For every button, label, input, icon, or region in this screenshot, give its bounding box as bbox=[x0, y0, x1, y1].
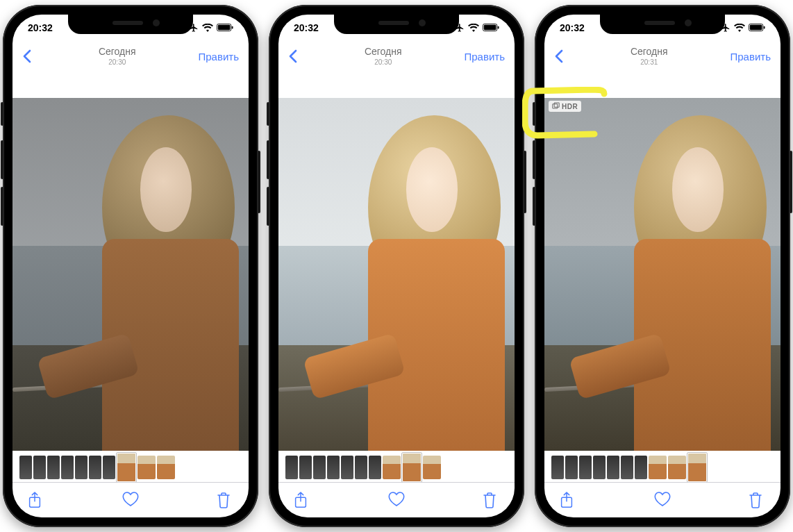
volume-up-button bbox=[533, 140, 535, 179]
thumbnail[interactable] bbox=[355, 456, 367, 479]
thumbnail[interactable] bbox=[687, 453, 707, 482]
edit-button[interactable]: Править bbox=[465, 51, 506, 63]
phone-mockup-1: 20:32 Сегодня bbox=[3, 5, 258, 527]
side-button bbox=[524, 151, 526, 213]
thumbnail[interactable] bbox=[635, 456, 647, 479]
phone-mockup-3: 20:32 Сегодня 20:31 Править bbox=[535, 5, 790, 527]
nav-time: 20:30 bbox=[374, 58, 392, 66]
photo-content: HDR bbox=[544, 98, 781, 451]
back-button[interactable] bbox=[288, 49, 302, 63]
mute-switch bbox=[533, 102, 535, 126]
share-button[interactable] bbox=[560, 492, 576, 508]
status-time: 20:32 bbox=[28, 22, 53, 33]
thumbnail[interactable] bbox=[61, 456, 74, 479]
thumbnail[interactable] bbox=[89, 456, 101, 479]
thumbnail[interactable] bbox=[157, 456, 175, 479]
delete-button[interactable] bbox=[483, 492, 499, 508]
status-icons bbox=[455, 23, 499, 33]
thumbnail-strip[interactable] bbox=[278, 454, 515, 481]
thumbnail[interactable] bbox=[285, 456, 298, 479]
thumbnail[interactable] bbox=[565, 456, 578, 479]
share-button[interactable] bbox=[28, 492, 44, 508]
photo-viewer[interactable] bbox=[278, 98, 515, 451]
thumbnail[interactable] bbox=[47, 456, 60, 479]
comparison-stage: 20:32 Сегодня bbox=[0, 0, 793, 532]
nav-title-group: Сегодня 20:30 bbox=[365, 47, 402, 65]
favorite-button[interactable] bbox=[122, 492, 139, 508]
thumbnail[interactable] bbox=[75, 456, 87, 479]
thumbnail[interactable] bbox=[621, 456, 633, 479]
status-icons bbox=[189, 23, 233, 33]
thumbnail[interactable] bbox=[117, 453, 136, 482]
mute-switch bbox=[267, 102, 269, 126]
screen: 20:32 Сегодня 20:31 Править bbox=[544, 15, 781, 517]
svg-rect-2 bbox=[232, 26, 233, 29]
edit-button[interactable]: Править bbox=[199, 51, 240, 63]
back-button[interactable] bbox=[22, 49, 36, 63]
thumbnail[interactable] bbox=[103, 456, 115, 479]
volume-down-button bbox=[1, 187, 3, 226]
thumbnail[interactable] bbox=[19, 456, 32, 479]
wifi-icon bbox=[734, 24, 745, 32]
back-button[interactable] bbox=[554, 49, 568, 63]
volume-down-button bbox=[267, 187, 269, 226]
wifi-icon bbox=[202, 24, 213, 32]
thumbnail[interactable] bbox=[579, 456, 592, 479]
phone-mockup-2: 20:32 Сегодня 20:30 Править bbox=[269, 5, 524, 527]
nav-bar: Сегодня 20:30 Править bbox=[12, 41, 249, 72]
photo-content bbox=[12, 98, 249, 451]
thumbnail[interactable] bbox=[607, 456, 619, 479]
side-button bbox=[790, 151, 792, 213]
mute-switch bbox=[1, 102, 3, 126]
svg-rect-6 bbox=[498, 26, 499, 29]
nav-title-group: Сегодня 20:31 bbox=[631, 47, 668, 65]
screen: 20:32 Сегодня 20:30 Править bbox=[278, 15, 515, 517]
thumbnail[interactable] bbox=[299, 456, 312, 479]
battery-icon bbox=[483, 24, 499, 32]
nav-title: Сегодня bbox=[365, 47, 402, 57]
thumbnail[interactable] bbox=[551, 456, 564, 479]
thumbnail[interactable] bbox=[649, 456, 667, 479]
thumbnail-strip[interactable] bbox=[12, 454, 249, 481]
delete-button[interactable] bbox=[217, 492, 233, 508]
share-button[interactable] bbox=[294, 492, 310, 508]
thumbnail[interactable] bbox=[137, 456, 156, 479]
thumbnail[interactable] bbox=[313, 456, 326, 479]
photo-viewer[interactable] bbox=[12, 98, 249, 451]
notch bbox=[600, 15, 725, 34]
nav-title-group: Сегодня 20:30 bbox=[99, 47, 136, 65]
notch bbox=[68, 15, 193, 34]
hdr-icon bbox=[552, 102, 560, 110]
photo-viewer[interactable]: HDR bbox=[544, 98, 781, 451]
hdr-label: HDR bbox=[562, 103, 578, 110]
thumbnail[interactable] bbox=[668, 456, 686, 479]
thumbnail[interactable] bbox=[383, 456, 401, 479]
favorite-button[interactable] bbox=[388, 492, 405, 508]
nav-bar: Сегодня 20:30 Править bbox=[278, 41, 515, 72]
edit-button[interactable]: Править bbox=[731, 51, 771, 63]
thumbnail[interactable] bbox=[369, 456, 381, 479]
nav-bar: Сегодня 20:31 Править bbox=[544, 41, 781, 72]
nav-title: Сегодня bbox=[631, 47, 668, 57]
favorite-button[interactable] bbox=[654, 492, 671, 508]
hdr-badge: HDR bbox=[549, 101, 581, 112]
nav-title: Сегодня bbox=[99, 47, 136, 57]
svg-rect-9 bbox=[750, 25, 762, 30]
thumbnail[interactable] bbox=[423, 456, 441, 479]
thumbnail[interactable] bbox=[593, 456, 606, 479]
volume-up-button bbox=[1, 140, 3, 179]
status-time: 20:32 bbox=[294, 22, 319, 33]
thumbnail-strip[interactable] bbox=[544, 454, 781, 481]
bottom-toolbar bbox=[544, 482, 781, 517]
volume-down-button bbox=[533, 187, 535, 226]
delete-button[interactable] bbox=[749, 492, 765, 508]
thumbnail[interactable] bbox=[33, 456, 46, 479]
svg-rect-5 bbox=[484, 25, 496, 30]
thumbnail[interactable] bbox=[402, 453, 421, 482]
svg-rect-1 bbox=[218, 25, 231, 30]
svg-rect-10 bbox=[764, 26, 765, 29]
battery-icon bbox=[217, 24, 233, 32]
thumbnail[interactable] bbox=[341, 456, 353, 479]
notch bbox=[334, 15, 459, 34]
thumbnail[interactable] bbox=[327, 456, 340, 479]
